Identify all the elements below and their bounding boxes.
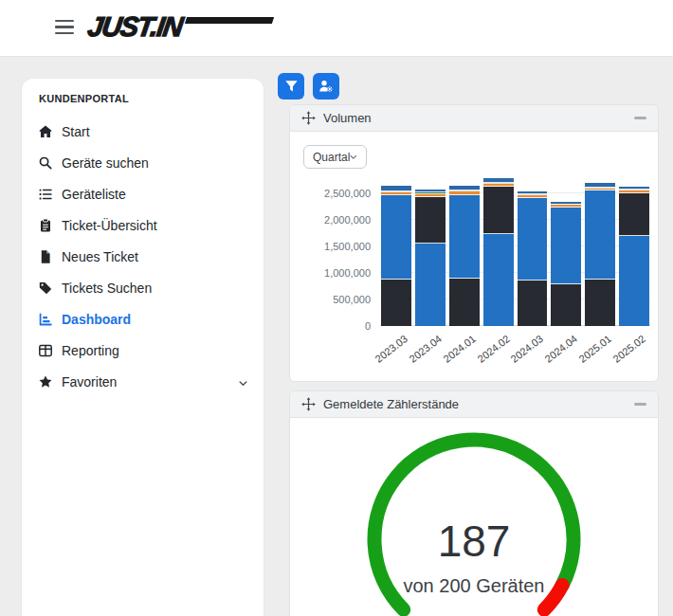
- gauge-panel-body: 187von 200 Geräten: [290, 418, 658, 616]
- bar-segment-base-dark: [551, 284, 581, 326]
- search-icon: [38, 155, 53, 171]
- bar-segment-main-blue: [619, 236, 649, 326]
- sidebar-item-dashboard[interactable]: Dashboard: [22, 303, 264, 335]
- bar-segment-main-blue: [551, 208, 581, 284]
- sidebar-item-reporting[interactable]: Reporting: [22, 335, 264, 366]
- gauge-sublabel: von 200 Geräten: [404, 575, 545, 596]
- sidebar-item-label: Dashboard: [62, 312, 131, 327]
- period-select-value: Quartal: [313, 151, 350, 164]
- filter-icon: [284, 80, 299, 94]
- menu-icon[interactable]: [55, 20, 74, 34]
- bar-segment-main-blue: [415, 244, 446, 326]
- bar-segment-base-dark: [585, 280, 615, 326]
- sidebar-item-label: Start: [62, 124, 90, 139]
- sidebar-item-label: Tickets Suchen: [62, 281, 152, 296]
- bar-segment-main-blue: [449, 195, 480, 279]
- y-tick-label: 0: [301, 320, 371, 332]
- volumen-chart: 0500,0001,000,0001,500,0002,000,0002,500…: [301, 177, 652, 376]
- table-icon: [38, 343, 53, 358]
- app-logo[interactable]: JUST.IN: [88, 10, 273, 45]
- sidebar-item-label: Neues Ticket: [62, 249, 138, 264]
- collapse-icon[interactable]: [634, 403, 646, 406]
- app-header: JUST.IN: [0, 0, 673, 57]
- toolbar: [278, 73, 339, 100]
- panel-title: Gemeldete Zählerstände: [323, 397, 459, 411]
- x-tick-label: 2024.02: [475, 333, 512, 365]
- x-tick-label: 2024.04: [543, 333, 580, 365]
- x-tick-label: 2024.01: [441, 333, 478, 365]
- user-settings-button[interactable]: [313, 73, 339, 100]
- bar-segment-upper-dark: [483, 187, 514, 234]
- sidebar-item-start[interactable]: Start: [22, 116, 264, 147]
- chart-icon: [38, 312, 53, 327]
- user-gear-icon: [318, 79, 334, 94]
- bar-segment-main-blue: [518, 198, 548, 281]
- chevron-down-icon[interactable]: [238, 376, 248, 391]
- gauge-panel: Gemeldete Zählerstände 187von 200 Geräte…: [289, 390, 659, 616]
- y-tick-label: 2,000,000: [301, 214, 371, 226]
- gauge-arc-red: [544, 585, 562, 609]
- bar-segment-main-blue: [381, 195, 411, 281]
- period-select[interactable]: Quartal: [303, 145, 367, 169]
- bar-segment-base-dark: [381, 280, 411, 326]
- bar-segment-upper-dark: [619, 193, 649, 237]
- sidebar-item-geraete-suchen[interactable]: Geräte suchen: [22, 147, 264, 178]
- bar-2024.02: [483, 178, 514, 326]
- x-tick-label: 2023.04: [407, 333, 444, 365]
- sidebar-nav: StartGeräte suchenGerätelisteTicket-Über…: [22, 116, 264, 397]
- sidebar-section-label: KUNDENPORTAL: [22, 93, 264, 104]
- sidebar-item-label: Ticket-Übersicht: [62, 218, 157, 233]
- x-tick-label: 2023.03: [373, 333, 409, 365]
- panel-title: Volumen: [323, 111, 372, 125]
- sidebar-item-ticket-uebersicht[interactable]: Ticket-Übersicht: [22, 209, 264, 241]
- bar-2024.03: [518, 191, 548, 326]
- bar-segment-main-blue: [585, 190, 615, 280]
- bar-segment-main-blue: [483, 234, 514, 326]
- bar-2025.01: [585, 183, 615, 326]
- y-tick-label: 500,000: [301, 294, 371, 305]
- clipboard-icon: [38, 218, 53, 233]
- bar-2024.01: [449, 186, 480, 326]
- x-tick-label: 2025.01: [577, 333, 614, 365]
- list-icon: [38, 187, 53, 202]
- gauge-chart: 187von 200 Geräten: [290, 418, 658, 616]
- sidebar-item-label: Geräteliste: [62, 187, 126, 202]
- chevron-down-icon: [350, 154, 357, 161]
- x-tick-label: 2025.02: [611, 333, 648, 365]
- bar-2023.03: [381, 186, 411, 326]
- sidebar-item-geraeteliste[interactable]: Geräteliste: [22, 178, 264, 209]
- bar-2024.04: [551, 202, 581, 326]
- sidebar: KUNDENPORTAL StartGeräte suchenGerätelis…: [22, 79, 264, 616]
- x-tick-label: 2024.03: [509, 333, 546, 365]
- star-icon: [38, 374, 53, 390]
- y-tick-label: 2,500,000: [301, 188, 371, 199]
- move-icon[interactable]: [301, 397, 316, 411]
- gauge-panel-header[interactable]: Gemeldete Zählerstände: [290, 391, 658, 418]
- collapse-icon[interactable]: [634, 117, 646, 119]
- gauge-value: 187: [438, 516, 511, 566]
- home-icon: [38, 124, 53, 139]
- bar-segment-base-dark: [518, 281, 548, 326]
- y-tick-label: 1,000,000: [301, 267, 371, 279]
- sidebar-item-favoriten[interactable]: Favoriten: [22, 366, 264, 397]
- sidebar-item-tickets-suchen[interactable]: Tickets Suchen: [22, 272, 264, 303]
- file-icon: [38, 249, 53, 264]
- logo-bar: [184, 17, 273, 24]
- sidebar-item-label: Geräte suchen: [62, 155, 149, 171]
- bar-2025.02: [619, 187, 649, 326]
- bar-segment-upper-dark: [415, 197, 446, 244]
- volumen-panel: Volumen Quartal 0500,0001,000,0001,500,0…: [289, 104, 659, 382]
- bar-segment-base-dark: [449, 279, 480, 326]
- bars-group: [381, 177, 649, 326]
- sidebar-item-label: Reporting: [62, 343, 119, 358]
- sidebar-item-neues-ticket[interactable]: Neues Ticket: [22, 241, 264, 272]
- filter-button[interactable]: [278, 73, 304, 100]
- volumen-panel-header[interactable]: Volumen: [290, 105, 658, 132]
- logo-text: JUST.IN: [86, 10, 184, 43]
- sidebar-item-label: Favoriten: [62, 374, 117, 390]
- x-axis-labels: 2023.032023.042024.012024.022024.032024.…: [380, 330, 650, 372]
- bar-2023.04: [415, 190, 446, 326]
- tag-icon: [38, 281, 53, 296]
- chart-plot-area: [380, 177, 650, 326]
- move-icon[interactable]: [301, 111, 316, 125]
